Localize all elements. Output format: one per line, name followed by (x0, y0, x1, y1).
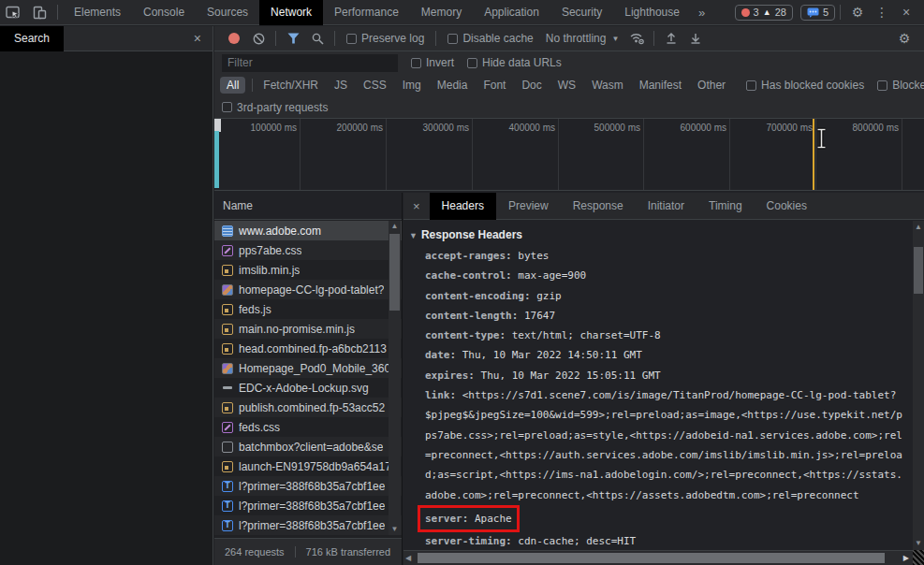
search-network-icon[interactable] (305, 33, 330, 45)
request-row[interactable]: pps7abe.css (214, 240, 402, 260)
request-list-scrollbar[interactable]: ▲ ▼ (389, 221, 401, 535)
request-name: l?primer=388f68b35a7cbf1ee (239, 519, 385, 532)
request-row[interactable]: publish.combined.fp-53acc52 (214, 398, 402, 417)
panel-tab[interactable]: Security (550, 0, 613, 25)
disable-cache-checkbox[interactable] (447, 34, 458, 44)
network-conditions-icon[interactable] (624, 32, 649, 45)
settings-gear-icon[interactable]: ⚙ (845, 0, 870, 25)
scroll-up-icon[interactable]: ▲ (913, 222, 924, 233)
panel-tab[interactable]: Memory (410, 0, 473, 25)
toggle-device-toolbar-icon[interactable] (26, 0, 52, 25)
panel-tab[interactable]: Elements (63, 0, 132, 25)
panel-tab[interactable]: Console (132, 0, 196, 25)
header-value: cdn-cache; desc=HIT (518, 535, 636, 547)
request-row[interactable]: Homepage_Pod0_Mobile_360 (214, 358, 402, 378)
request-row[interactable]: EDC-x-Adobe-Lockup.svg (214, 378, 402, 398)
kebab-menu-icon[interactable]: ⋮ (870, 0, 894, 25)
clear-network-log-icon[interactable] (246, 33, 271, 45)
request-row[interactable]: imslib.min.js (214, 260, 402, 280)
details-tab[interactable]: Response (561, 193, 636, 220)
type-filter-pill[interactable]: Img (396, 77, 428, 94)
export-har-icon[interactable] (683, 32, 708, 45)
type-filter-pill[interactable]: Other (691, 77, 732, 94)
console-errors-warnings-badge[interactable]: 3 ▲ 28 (735, 5, 793, 21)
type-filter-pill[interactable]: Doc (515, 77, 548, 94)
network-overview-timeline[interactable]: 100000 ms200000 ms300000 ms400000 ms5000… (214, 119, 924, 191)
request-row[interactable]: feds.js (214, 299, 402, 319)
request-row[interactable]: feds.css (214, 417, 402, 437)
response-headers-section[interactable]: ▼Response Headers (409, 225, 903, 246)
details-tab[interactable]: Initiator (636, 193, 697, 220)
type-filter-pill[interactable]: Wasm (585, 77, 630, 94)
type-filter-pill[interactable]: Font (477, 77, 512, 94)
record-network-log-button[interactable] (222, 33, 246, 44)
request-name: publish.combined.fp-53acc52 (239, 401, 385, 414)
close-search-icon[interactable]: × (183, 31, 213, 46)
type-filter-pill[interactable]: All (220, 77, 245, 94)
has-blocked-cookies-checkbox[interactable] (746, 80, 756, 91)
type-filter-pill[interactable]: Fetch/XHR (257, 77, 325, 94)
blocked-requests-checkbox[interactable] (877, 80, 887, 91)
details-tab[interactable]: Headers (430, 193, 496, 220)
close-devtools-icon[interactable]: × (894, 0, 918, 25)
throttling-dropdown[interactable]: No throttling ▼ (546, 32, 620, 45)
type-filter-pill[interactable]: Media (431, 77, 475, 94)
filter-funnel-icon[interactable] (281, 33, 305, 44)
filter-input[interactable] (222, 54, 398, 72)
import-har-icon[interactable] (659, 32, 683, 45)
timeline-tick-label: 500000 ms (594, 123, 640, 133)
scrollbar-thumb[interactable] (389, 234, 400, 311)
invert-checkbox[interactable] (411, 58, 421, 68)
file-type-icon (222, 500, 233, 512)
inspect-element-icon[interactable] (0, 0, 26, 25)
panel-tab[interactable]: Application (473, 0, 550, 25)
name-column-header[interactable]: Name (214, 193, 402, 220)
scroll-down-icon[interactable]: ▼ (389, 524, 401, 535)
type-filter-pill[interactable]: WS (551, 77, 582, 94)
scroll-down-icon[interactable]: ▼ (913, 538, 924, 549)
panel-tab[interactable]: Performance (323, 0, 410, 25)
details-tab[interactable]: Timing (697, 193, 755, 220)
details-vertical-scrollbar[interactable]: ▲ ▼ (913, 221, 924, 550)
scroll-right-icon[interactable]: ▶ (903, 551, 909, 565)
third-party-requests-checkbox[interactable] (222, 102, 232, 112)
scroll-left-icon[interactable]: ◀ (405, 551, 411, 565)
details-tab[interactable]: Preview (496, 193, 561, 220)
type-filter-pill[interactable]: CSS (357, 77, 393, 94)
request-row[interactable]: homepage-CC-lg-pod-tablet? (214, 280, 402, 299)
file-type-icon (222, 520, 233, 531)
more-tabs-icon[interactable]: » (691, 0, 712, 25)
response-header-line: serverApache (409, 509, 903, 529)
request-row[interactable]: launch-EN919758db9a654a17 (214, 456, 402, 476)
response-header-line: expiresThu, 10 Mar 2022 15:05:11 GMT (409, 366, 903, 385)
close-details-icon[interactable]: × (403, 199, 430, 213)
file-type-icon (222, 422, 233, 433)
request-row[interactable]: batchmbox?client=adobe&se (214, 437, 402, 456)
scrollbar-thumb[interactable] (914, 247, 923, 294)
request-row[interactable]: main.no-promise.min.js (214, 319, 402, 339)
search-panel-tab[interactable]: Search (0, 26, 64, 51)
request-row[interactable]: l?primer=388f68b35a7cbf1ee (214, 476, 402, 496)
response-header-line: server-timingcdn-cache; desc=HIT (409, 531, 903, 550)
timeline-tick-label: 700000 ms (767, 123, 813, 133)
request-list-pane: Name www.adobe.com pps7abe.css imslib.mi… (214, 193, 403, 565)
issues-badge[interactable]: 5 (800, 5, 835, 21)
preserve-log-checkbox[interactable] (346, 34, 357, 44)
request-row[interactable]: head.combined.fp-a6bcb2113 (214, 339, 402, 358)
details-horizontal-scrollbar[interactable]: ◀ ▶ (403, 550, 913, 565)
hide-data-urls-checkbox[interactable] (467, 58, 477, 68)
request-row[interactable]: l?primer=388f68b35a7cbf1ee (214, 515, 402, 535)
scroll-up-icon[interactable]: ▲ (389, 221, 401, 232)
panel-tab[interactable]: Lighthouse (613, 0, 691, 25)
scrollbar-thumb[interactable] (418, 553, 885, 563)
type-filter-pill[interactable]: JS (328, 77, 354, 94)
network-settings-gear-icon[interactable]: ⚙ (892, 26, 917, 51)
details-tab[interactable]: Cookies (755, 193, 819, 220)
panel-tab[interactable]: Network (259, 0, 323, 25)
type-filter-pill[interactable]: Manifest (633, 77, 688, 94)
request-row[interactable]: www.adobe.com (214, 221, 402, 240)
timeline-gridline: 200000 ms (386, 119, 387, 190)
has-blocked-cookies-label: Has blocked cookies (761, 79, 864, 92)
panel-tab[interactable]: Sources (196, 0, 259, 25)
request-row[interactable]: l?primer=388f68b35a7cbf1ee (214, 496, 402, 515)
